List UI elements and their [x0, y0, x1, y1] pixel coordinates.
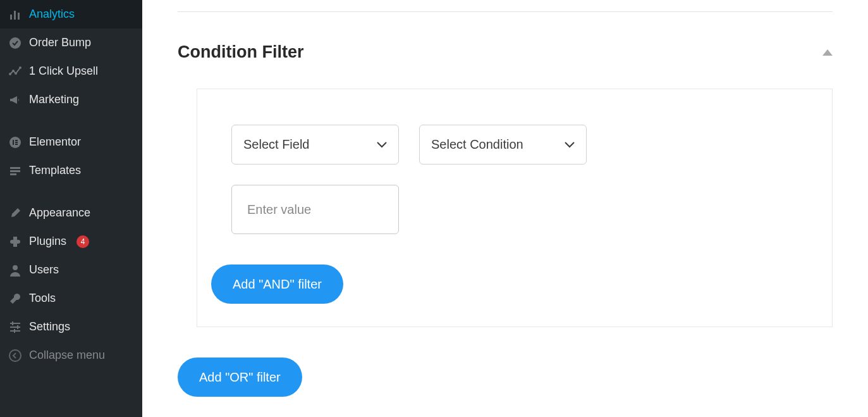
sidebar-item-appearance[interactable]: Appearance [0, 199, 142, 227]
svg-rect-14 [10, 170, 20, 172]
svg-point-4 [9, 73, 11, 75]
sidebar-item-label: Collapse menu [29, 349, 105, 362]
section-header[interactable]: Condition Filter [178, 12, 833, 81]
sidebar-item-elementor[interactable]: Elementor [0, 128, 142, 156]
sidebar-item-marketing[interactable]: Marketing [0, 85, 142, 114]
svg-rect-11 [15, 142, 18, 143]
select-condition-dropdown[interactable]: Select Condition [419, 125, 587, 165]
sidebar-item-label: Tools [29, 292, 56, 305]
svg-rect-21 [17, 325, 18, 329]
sidebar-item-label: Analytics [29, 8, 75, 21]
sidebar-item-analytics[interactable]: Analytics [0, 0, 142, 28]
svg-rect-10 [15, 140, 18, 141]
chevron-down-icon [377, 142, 387, 148]
filter-card: Select Field Select Condition Add "AND" … [197, 89, 833, 327]
sidebar-item-templates[interactable]: Templates [0, 156, 142, 185]
sidebar-item-tools[interactable]: Tools [0, 284, 142, 313]
sidebar-item-upsell[interactable]: 1 Click Upsell [0, 57, 142, 85]
svg-point-7 [19, 66, 21, 69]
svg-rect-17 [10, 323, 20, 324]
user-icon [9, 264, 21, 277]
chart-up-icon [9, 65, 21, 78]
sidebar-item-label: Users [29, 263, 59, 277]
select-field-label: Select Field [243, 137, 310, 152]
section-title: Condition Filter [178, 42, 303, 62]
svg-rect-2 [18, 13, 20, 20]
sliders-icon [9, 321, 21, 333]
filter-row: Select Field Select Condition [231, 125, 798, 165]
sidebar-item-label: Appearance [29, 206, 90, 220]
add-and-filter-button[interactable]: Add "AND" filter [211, 265, 343, 304]
svg-rect-22 [14, 329, 15, 333]
check-circle-icon [9, 37, 21, 49]
wrench-icon [9, 292, 21, 305]
select-condition-label: Select Condition [431, 137, 523, 152]
sidebar-item-label: Plugins [29, 235, 66, 248]
analytics-icon [9, 8, 21, 21]
megaphone-icon [9, 94, 21, 106]
sidebar-item-label: Settings [29, 320, 70, 333]
svg-rect-15 [10, 173, 16, 175]
sidebar-item-label: Marketing [29, 93, 79, 106]
svg-rect-18 [10, 327, 20, 328]
filter-value-input[interactable] [231, 185, 399, 234]
sidebar-item-settings[interactable]: Settings [0, 313, 142, 341]
svg-rect-13 [10, 167, 20, 169]
select-field-dropdown[interactable]: Select Field [231, 125, 399, 165]
templates-icon [9, 165, 21, 177]
brush-icon [9, 207, 21, 220]
svg-rect-9 [13, 140, 14, 145]
svg-rect-12 [15, 144, 18, 145]
sidebar-item-users[interactable]: Users [0, 256, 142, 284]
svg-rect-20 [12, 321, 13, 325]
elementor-icon [9, 136, 21, 149]
sidebar-collapse-menu[interactable]: Collapse menu [0, 341, 142, 370]
sidebar-item-plugins[interactable]: Plugins 4 [0, 227, 142, 256]
sidebar: Analytics Order Bump 1 Click Upsell Mark… [0, 0, 142, 417]
svg-point-3 [9, 37, 21, 49]
sidebar-item-label: Templates [29, 164, 81, 177]
collapse-icon [9, 349, 21, 362]
chevron-down-icon [565, 142, 575, 148]
svg-rect-1 [14, 11, 16, 20]
sidebar-item-label: Elementor [29, 135, 81, 149]
main-content: Condition Filter Select Field Select Con… [142, 0, 868, 417]
collapse-section-icon[interactable] [822, 49, 833, 56]
svg-point-5 [12, 70, 15, 72]
plugin-icon [9, 235, 21, 248]
sidebar-item-label: 1 Click Upsell [29, 65, 98, 78]
svg-point-16 [13, 265, 18, 270]
plugins-badge: 4 [76, 235, 89, 248]
svg-point-6 [15, 72, 17, 75]
add-or-filter-button[interactable]: Add "OR" filter [178, 358, 302, 397]
sidebar-item-label: Order Bump [29, 36, 91, 49]
sidebar-item-order-bump[interactable]: Order Bump [0, 28, 142, 57]
svg-point-23 [9, 350, 21, 361]
svg-rect-0 [10, 15, 12, 20]
